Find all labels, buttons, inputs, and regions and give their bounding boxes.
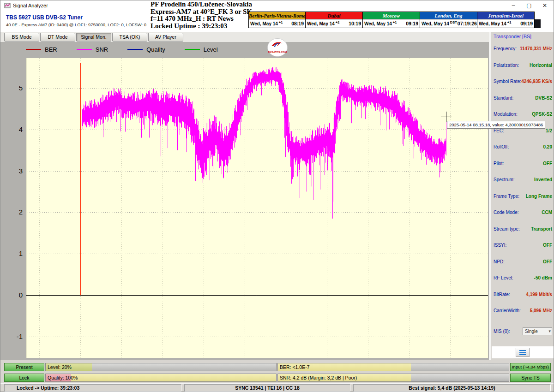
field-label: Modulation: (494, 112, 518, 117)
clock-city-label: Berlin-Paris-Vienna-Roma (248, 12, 306, 19)
field-value: Transport (531, 226, 552, 232)
field-stream-type: Stream type:Transport (494, 226, 552, 235)
legend-label-level: Level (204, 46, 218, 53)
close-button[interactable]: ✕ (537, 0, 553, 11)
present-indicator: Present (4, 363, 44, 371)
field-fec: FEC:1/2 (494, 128, 552, 137)
y-tick-label-1: 1 (11, 249, 23, 257)
maximize-button[interactable]: ▢ (521, 0, 537, 11)
clock-city-label: London, Eng (420, 12, 477, 19)
snr-bar: SNR: 4,2 dB (Margin: 3,2 dB | Poor) (277, 374, 509, 382)
clock-berlin-paris-vienna-roma: Berlin-Paris-Vienna-RomaWed, May 14+108:… (248, 12, 306, 28)
sync-ts-indicator: Sync TS (510, 374, 551, 382)
field-value: OFF (543, 259, 552, 264)
quality-bar: Quality: 100% (45, 374, 277, 382)
y-tick-label-0: 0 (11, 291, 23, 299)
legend-label-snr: SNR (96, 46, 108, 53)
clock-time-row: Wed, May 14+109:19 (477, 19, 535, 28)
clock-time-value: 09:19 (406, 21, 418, 26)
quality-bar-fill (71, 374, 276, 381)
dxsatcs-logo: DXSATCS.COM (267, 38, 288, 57)
quality-label: Quality: 100% (48, 375, 78, 380)
list-icon-button[interactable] (516, 348, 530, 357)
window-controls: – ▢ ✕ (506, 0, 553, 11)
field-label: FEC: (494, 128, 504, 133)
clock-time-value: 10:19 (349, 21, 361, 26)
field-npd: NPD:OFF (494, 259, 552, 267)
field-label: Polarization: (494, 63, 519, 68)
field-rolloff: RollOff:0.20 (494, 144, 552, 153)
field-symbol-rate: Symbol Rate:4246,935 KS/s (494, 79, 552, 87)
tab-av-player[interactable]: AV Player (148, 33, 183, 42)
status-uptime: Locked -> Uptime: 39:23:03 (4, 384, 181, 392)
clock-dubai: DubaiWed, May 14+210:19 (306, 12, 363, 28)
level-bar: Level: 20% (45, 363, 277, 371)
clock-date: Wed, May 14 (422, 21, 449, 26)
field-label: Stream type: (494, 226, 520, 232)
field-label: RF Level: (494, 275, 513, 280)
clock-time-row: Wed, May 14+109:19 (363, 19, 420, 28)
snr-plot-canvas[interactable] (26, 58, 488, 358)
mis-dropdown[interactable]: Single ▾ (523, 327, 552, 335)
clock-time-row: Wed, May 14+108:19 (248, 19, 306, 28)
mis-field-label: MIS (0): (494, 329, 510, 334)
field-label: Pilot: (494, 161, 504, 166)
transponder-fields: Frequency:11470,331 MHzPolarization:Hori… (494, 46, 552, 325)
field-value: 1/2 (546, 128, 552, 133)
field-value: 11470,331 MHz (520, 46, 552, 51)
clock-date: Wed, May 14 (250, 21, 278, 26)
field-value: Horizontal (530, 63, 552, 68)
clock-date: Wed, May 14 (307, 21, 335, 26)
legend-item-quality[interactable]: Quality (127, 46, 165, 53)
chart-area: BERSNRQualityLevel (0, 42, 490, 360)
field-modulation: Modulation:QPSK-S2 (494, 112, 552, 120)
status-sync-counters: SYNC 13541 | TEI 16 | CC 18 (184, 384, 350, 392)
panel-title: Transponder [BS] (494, 34, 531, 39)
legend-label-ber: BER (45, 46, 57, 53)
y-tick-label-4: 4 (11, 125, 23, 133)
field-label: Spectrum: (494, 177, 515, 182)
mis-selected-value: Single (525, 329, 538, 334)
clock-city-label: Dubai (306, 12, 363, 19)
field-standard: Standard:DVB-S2 (494, 95, 552, 104)
y-tick-label-5: 5 (11, 84, 23, 92)
field-value: 5,096 MHz (530, 308, 552, 313)
legend-item-level[interactable]: Level (185, 46, 218, 53)
field-label: Frame Type: (494, 194, 519, 199)
clock-jerusalem-israel: Jerusalem-IsraelWed, May 14+109:19 (477, 12, 535, 28)
legend-item-ber[interactable]: BER (26, 46, 57, 53)
y-tick-label-2: 2 (11, 208, 23, 216)
window-title: Signal Analyzer (13, 3, 48, 8)
status-best-signal: Best signal: 5,4 dB (2025-05-13 14:19) (353, 384, 551, 392)
field-label: Code Mode: (494, 210, 518, 215)
tuner-title: TBS 5927 USB DVB-S2 Tuner (6, 14, 83, 21)
info-line-frequency: f=11 470 MHz_H : RT News (151, 15, 252, 23)
field-value: -50 dBm (534, 275, 552, 280)
title-bar: Signal Analyzer – ▢ ✕ (0, 0, 554, 11)
clock-time-value: 07:19:26 (458, 21, 477, 26)
info-line-dish: PF Prodelin 450/Lučenec-Slovakia (151, 1, 252, 8)
level-label: Level: 20% (48, 364, 72, 370)
field-value: 4246,935 KS/s (521, 79, 552, 84)
tab-signal-mon[interactable]: Signal Mon. (76, 33, 111, 42)
tab-dt-mode[interactable]: DT Mode (40, 33, 75, 42)
tab-tsa-ok[interactable]: TSA (OK) (112, 33, 147, 42)
legend-item-snr[interactable]: SNR (77, 46, 108, 53)
field-value: OFF (543, 161, 552, 166)
chart-legend: BERSNRQualityLevel (26, 44, 218, 55)
clock-date: Wed, May 14 (364, 21, 392, 26)
tab-bar: BS ModeDT ModeSignal Mon.TSA (OK)AV Play… (4, 33, 183, 42)
cursor-tooltip: 2025-05-14 08.15.18, value: 4,3000001907… (447, 121, 545, 129)
world-clocks: Berlin-Paris-Vienna-RomaWed, May 14+108:… (248, 12, 535, 28)
field-label: Standard: (494, 95, 513, 101)
field-polarization: Polarization:Horizontal (494, 63, 552, 71)
field-value: Long Frame (526, 194, 552, 199)
tab-bs-mode[interactable]: BS Mode (4, 33, 39, 42)
clock-city-label: Moscow (363, 12, 420, 19)
minimize-button[interactable]: – (506, 0, 521, 11)
clock-time-row: Wed, May 14DST07:19:26 (420, 19, 477, 28)
legend-swatch-quality (127, 49, 143, 50)
transponder-panel: Transponder [BS] Frequency:11470,331 MHz… (491, 32, 554, 360)
field-value: CCM (542, 210, 552, 215)
info-line-uptime: Locked Uptime : 39:23:03 (151, 23, 252, 30)
